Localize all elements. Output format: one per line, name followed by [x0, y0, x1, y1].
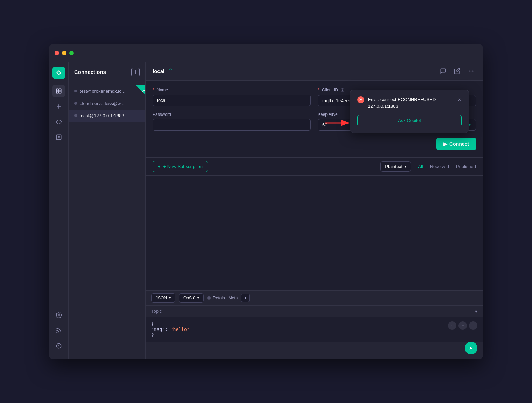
connection-item-3[interactable]: local@127.0.0.1:1883 [69, 110, 145, 122]
format-chevron-icon: ▾ [169, 296, 171, 300]
navigation-buttons: ← − → [448, 321, 477, 330]
password-label: Password [153, 112, 311, 117]
add-nav-icon[interactable] [52, 100, 65, 113]
dropdown-chevron-icon: ▾ [405, 165, 406, 168]
connect-label: Connect [449, 141, 469, 147]
connection-status-dot [74, 114, 77, 117]
error-header: ✕ Error: connect ECONNREFUSED 127.0.0.1:… [357, 96, 462, 110]
error-popup: ✕ Error: connect ECONNREFUSED 127.0.0.1:… [350, 90, 469, 133]
sidebar: Connections test@broker.emqx.io... SSL c… [69, 62, 146, 359]
code-colon: : [165, 327, 170, 332]
format-label: Plaintext [385, 164, 402, 169]
new-subscription-button[interactable]: + + New Subscription [153, 161, 208, 172]
filter-tab-all[interactable]: All [418, 162, 423, 171]
bottom-toolbar: JSON ▾ QoS 0 ▾ Retain Meta ▲ [146, 291, 483, 306]
chat-icon[interactable] [438, 66, 448, 76]
qos-chevron-icon: ▾ [197, 296, 199, 300]
edit-icon[interactable] [452, 66, 462, 76]
name-label: * Name [153, 88, 311, 92]
send-area: ➤ [146, 342, 483, 359]
messages-header-right: Plaintext ▾ All Received Published [380, 161, 476, 172]
log-nav-icon[interactable] [52, 131, 65, 144]
error-close-button[interactable]: × [457, 96, 462, 103]
svg-rect-2 [56, 91, 58, 93]
connection-list: test@broker.emqx.io... SSL cloud-serverl… [69, 82, 145, 359]
header-actions [438, 66, 476, 76]
connect-button[interactable]: ▶ Connect [436, 138, 476, 150]
qos-dropdown[interactable]: QoS 0 ▾ [179, 293, 204, 303]
plus-icon: + [158, 164, 161, 169]
send-button[interactable]: ➤ [465, 342, 477, 354]
connection-status-dot [74, 102, 77, 105]
connection-status-dot [74, 90, 77, 92]
error-message: Error: connect ECONNREFUSED 127.0.0.1:18… [368, 96, 454, 110]
svg-point-19 [473, 71, 474, 71]
required-indicator: * [153, 88, 154, 92]
svg-point-11 [57, 332, 57, 333]
filter-tab-published[interactable]: Published [456, 162, 476, 171]
sidebar-header: Connections [69, 62, 145, 82]
svg-rect-0 [56, 89, 58, 91]
messages-area: + + New Subscription Plaintext ▾ All Rec… [146, 158, 483, 290]
retain-dot-icon [207, 296, 211, 300]
app-logo [52, 67, 65, 79]
code-editor[interactable]: { "msg": "hello" } ← − → [146, 317, 483, 342]
filter-tabs: All Received Published [418, 162, 476, 171]
connection-name: local@127.0.0.1:1883 [80, 113, 140, 118]
retain-button[interactable]: Retain [207, 296, 225, 300]
connect-play-icon: ▶ [443, 141, 447, 147]
svg-point-17 [469, 71, 470, 71]
nav-forward-button[interactable]: → [469, 321, 477, 330]
code-line-2: "msg": "hello" [151, 327, 477, 332]
svg-point-10 [58, 314, 59, 316]
messages-header: + + New Subscription Plaintext ▾ All Rec… [146, 158, 483, 176]
connection-name: test@broker.emqx.io... [80, 89, 140, 94]
red-arrow-indicator [326, 118, 354, 131]
icon-bar-bottom [52, 309, 65, 355]
close-button[interactable] [55, 51, 59, 55]
settings-nav-icon[interactable] [52, 309, 65, 321]
retain-label: Retain [213, 296, 225, 300]
code-line-1: { [151, 321, 477, 327]
code-key: "msg" [151, 327, 165, 332]
filter-tab-received[interactable]: Received [430, 162, 449, 171]
topic-collapse-icon[interactable]: ▾ [475, 308, 477, 314]
password-field-group: Password [153, 112, 311, 131]
qos-label: QoS 0 [183, 296, 195, 300]
info-nav-icon[interactable] [52, 340, 65, 352]
connection-item-1[interactable]: test@broker.emqx.io... SSL [69, 85, 145, 97]
title-bar [49, 44, 483, 62]
minimize-button[interactable] [62, 51, 66, 55]
content-header-left: local ⌃ [153, 67, 173, 75]
bottom-panel: JSON ▾ QoS 0 ▾ Retain Meta ▲ [146, 290, 483, 359]
message-format-dropdown[interactable]: JSON ▾ [151, 293, 175, 303]
add-connection-button[interactable] [131, 68, 140, 76]
more-options-icon[interactable] [466, 66, 476, 76]
nav-back-button[interactable]: ← [448, 321, 456, 330]
svg-rect-1 [59, 89, 61, 91]
expand-button[interactable]: ▲ [241, 294, 250, 302]
client-id-info-icon: ⓘ [341, 88, 344, 92]
nav-minus-button[interactable]: − [458, 321, 467, 330]
new-subscription-label: + New Subscription [163, 164, 203, 169]
connect-row: ▶ Connect [153, 136, 476, 150]
maximize-button[interactable] [69, 51, 74, 55]
meta-button[interactable]: Meta [229, 296, 238, 300]
connection-item-2[interactable]: cloud-serverless@w... [69, 97, 145, 110]
icon-bar [49, 62, 69, 359]
code-value: "hello" [170, 327, 190, 332]
connections-nav-icon[interactable] [52, 85, 65, 97]
sidebar-title: Connections [74, 69, 106, 75]
format-dropdown[interactable]: Plaintext ▾ [380, 161, 411, 172]
name-field-group: * Name [153, 88, 311, 106]
collapse-icon[interactable]: ⌃ [168, 67, 173, 75]
svg-rect-3 [59, 91, 61, 93]
topic-row: Topic ▾ [146, 306, 483, 317]
ask-copilot-button[interactable]: Ask Copilot [357, 115, 462, 126]
topic-label: Topic [151, 308, 162, 314]
script-nav-icon[interactable] [52, 116, 65, 128]
connection-name: cloud-serverless@w... [80, 101, 140, 106]
feed-nav-icon[interactable] [52, 324, 65, 337]
name-input[interactable] [153, 95, 311, 106]
password-input[interactable] [153, 119, 311, 131]
